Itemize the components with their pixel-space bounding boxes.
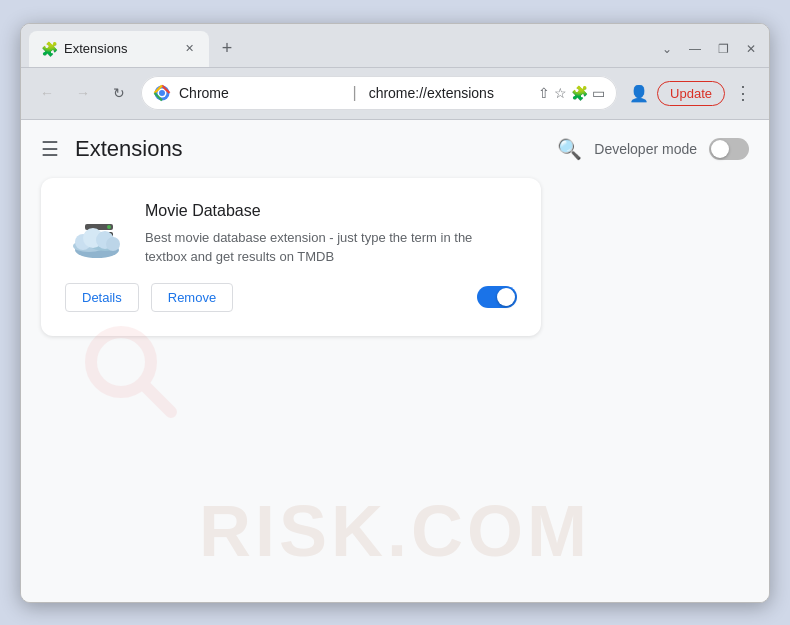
window-controls: ⌄ — ❐ ✕ xyxy=(657,39,761,59)
svg-line-17 xyxy=(143,384,171,412)
extension-info: Movie Database Best movie database exten… xyxy=(145,202,517,267)
chrome-logo-icon xyxy=(153,84,171,102)
extension-card: Movie Database Best movie database exten… xyxy=(41,178,541,336)
close-button[interactable]: ✕ xyxy=(741,39,761,59)
page-content: ☰ Extensions 🔍 Developer mode xyxy=(21,120,769,602)
developer-mode-toggle[interactable] xyxy=(709,138,749,160)
address-url: chrome://extensions xyxy=(369,85,530,101)
dev-mode-label: Developer mode xyxy=(594,141,697,157)
maximize-button[interactable]: ❐ xyxy=(713,39,733,59)
puzzle-icon[interactable]: 🧩 xyxy=(571,85,588,101)
svg-point-9 xyxy=(107,225,111,229)
menu-icon[interactable]: ☰ xyxy=(41,137,59,161)
title-bar: 🧩 Extensions ✕ + ⌄ — ❐ ✕ xyxy=(21,24,769,68)
address-separator: | xyxy=(352,84,356,102)
tab-close-button[interactable]: ✕ xyxy=(181,41,197,57)
back-button[interactable]: ← xyxy=(33,79,61,107)
extension-name: Movie Database xyxy=(145,202,517,220)
search-icon[interactable]: 🔍 xyxy=(557,137,582,161)
extensions-list: Movie Database Best movie database exten… xyxy=(21,178,769,356)
details-button[interactable]: Details xyxy=(65,283,139,312)
extension-icon xyxy=(65,202,129,266)
sidebar-icon[interactable]: ▭ xyxy=(592,85,605,101)
page-title: Extensions xyxy=(75,136,183,162)
tab-title: Extensions xyxy=(64,41,175,56)
new-tab-button[interactable]: + xyxy=(213,35,241,63)
nav-bar: ← → ↻ Chrome | chrome://extensions ⇧ ☆ 🧩… xyxy=(21,68,769,120)
address-bar[interactable]: Chrome | chrome://extensions ⇧ ☆ 🧩 ▭ xyxy=(141,76,617,110)
update-button[interactable]: Update xyxy=(657,81,725,106)
minimize-button[interactable]: — xyxy=(685,39,705,59)
svg-point-15 xyxy=(106,237,120,251)
extension-actions: Details Remove xyxy=(65,283,517,312)
svg-point-2 xyxy=(159,90,165,96)
tab-favicon-icon: 🧩 xyxy=(41,41,58,57)
toolbar-right: 👤 Update ⋮ xyxy=(625,79,757,107)
more-options-button[interactable]: ⋮ xyxy=(729,79,757,107)
refresh-button[interactable]: ↻ xyxy=(105,79,133,107)
bookmark-icon[interactable]: ☆ xyxy=(554,85,567,101)
header-right: 🔍 Developer mode xyxy=(557,137,749,161)
extension-description: Best movie database extension - just typ… xyxy=(145,228,517,267)
extensions-header: ☰ Extensions 🔍 Developer mode xyxy=(21,120,769,178)
remove-button[interactable]: Remove xyxy=(151,283,233,312)
chevron-down-icon[interactable]: ⌄ xyxy=(657,39,677,59)
browser-tab[interactable]: 🧩 Extensions ✕ xyxy=(29,31,209,67)
extension-enabled-toggle[interactable] xyxy=(477,286,517,308)
browser-window: 🧩 Extensions ✕ + ⌄ — ❐ ✕ ← → ↻ Chro xyxy=(20,23,770,603)
watermark: RISK.COM xyxy=(199,490,591,572)
address-actions: ⇧ ☆ 🧩 ▭ xyxy=(538,85,605,101)
profile-icon[interactable]: 👤 xyxy=(625,79,653,107)
extension-card-top: Movie Database Best movie database exten… xyxy=(65,202,517,267)
site-name: Chrome xyxy=(179,85,340,101)
share-icon[interactable]: ⇧ xyxy=(538,85,550,101)
forward-button[interactable]: → xyxy=(69,79,97,107)
